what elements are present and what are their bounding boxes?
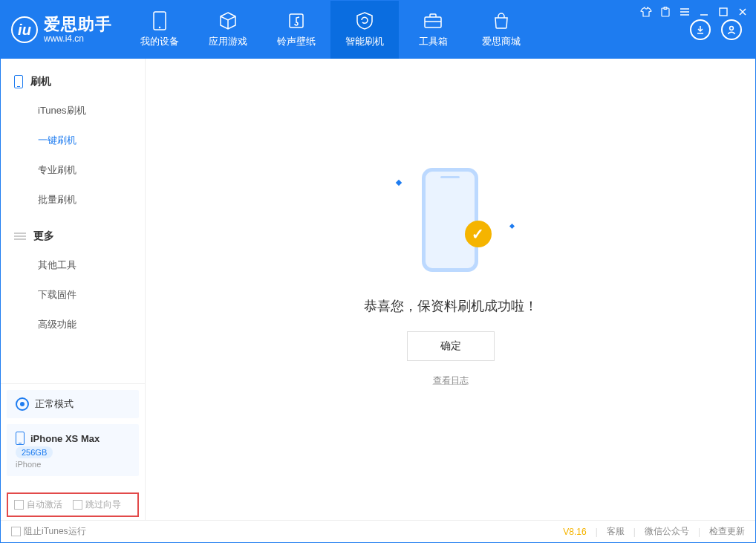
group-title: 刷机 xyxy=(30,75,51,88)
sidebar-item-other-tools[interactable]: 其他工具 xyxy=(1,250,145,280)
menu-icon[interactable] xyxy=(678,5,691,19)
device-capacity-badge: 256GB xyxy=(16,446,53,458)
sidebar-item-pro-flash[interactable]: 专业刷机 xyxy=(1,155,145,185)
window-controls xyxy=(639,5,749,19)
music-note-icon xyxy=(287,11,306,30)
minimize-icon[interactable] xyxy=(697,5,711,19)
support-link[interactable]: 客服 xyxy=(607,525,625,538)
app-title: 爱思助手 xyxy=(44,16,112,33)
title-bar: iu 爱思助手 www.i4.cn 我的设备 应用游戏 铃声壁纸 智能刷机 xyxy=(1,1,755,59)
stop-itunes-checkbox[interactable]: 阻止iTunes运行 xyxy=(11,525,86,538)
maximize-icon[interactable] xyxy=(717,5,730,19)
auto-activate-checkbox[interactable]: 自动激活 xyxy=(14,498,62,511)
user-circle-icon[interactable] xyxy=(721,19,742,40)
body-area: 刷机 iTunes刷机 一键刷机 专业刷机 批量刷机 更多 其他工具 下载固件 … xyxy=(1,59,755,520)
tab-label: 铃声壁纸 xyxy=(277,35,316,48)
sparkle-icon xyxy=(395,180,401,186)
logo-text: 爱思助手 www.i4.cn xyxy=(44,16,112,43)
tab-my-device[interactable]: 我的设备 xyxy=(126,1,194,59)
sidebar-item-oneclick-flash[interactable]: 一键刷机 xyxy=(1,126,145,155)
main-content: ✓ 恭喜您，保资料刷机成功啦！ 确定 查看日志 xyxy=(146,59,755,520)
statusbar-right: V8.16 | 客服 | 微信公众号 | 检查更新 xyxy=(563,525,745,538)
version-label: V8.16 xyxy=(563,527,586,537)
sidebar-scroll: 刷机 iTunes刷机 一键刷机 专业刷机 批量刷机 更多 其他工具 下载固件 … xyxy=(1,59,145,383)
toolbox-icon xyxy=(423,11,443,30)
phone-outline-icon xyxy=(14,75,23,88)
group-title: 更多 xyxy=(33,230,54,243)
sidebar-item-itunes-flash[interactable]: iTunes刷机 xyxy=(1,96,145,126)
clipboard-icon[interactable] xyxy=(659,5,672,19)
sidebar-group-flash: 刷机 xyxy=(1,68,145,96)
wechat-link[interactable]: 微信公众号 xyxy=(645,525,689,538)
ok-button[interactable]: 确定 xyxy=(407,331,495,361)
device-name: iPhone XS Max xyxy=(30,433,100,444)
svg-rect-3 xyxy=(425,17,441,27)
success-title: 恭喜您，保资料刷机成功啦！ xyxy=(364,297,538,315)
tshirt-icon[interactable] xyxy=(639,5,653,19)
refresh-shield-icon xyxy=(355,11,374,30)
app-logo-icon: iu xyxy=(11,16,38,43)
device-type: iPhone xyxy=(16,460,41,469)
tab-toolbox[interactable]: 工具箱 xyxy=(399,1,467,59)
sidebar-item-download-firmware[interactable]: 下载固件 xyxy=(1,280,145,310)
bag-icon xyxy=(492,11,511,30)
tab-store[interactable]: 爱思商城 xyxy=(467,1,535,59)
phone-outline-icon xyxy=(16,432,25,445)
tab-label: 工具箱 xyxy=(419,35,448,48)
statusbar-left: 阻止iTunes运行 xyxy=(11,525,86,538)
status-bar: 阻止iTunes运行 V8.16 | 客服 | 微信公众号 | 检查更新 xyxy=(1,520,755,542)
device-info-box[interactable]: iPhone XS Max 256GB iPhone xyxy=(7,424,139,476)
skip-setup-checkbox[interactable]: 跳过向导 xyxy=(73,498,121,511)
device-mode-box[interactable]: 正常模式 xyxy=(7,390,139,418)
sidebar-item-batch-flash[interactable]: 批量刷机 xyxy=(1,185,145,215)
tab-ringtones-wallpapers[interactable]: 铃声壁纸 xyxy=(262,1,330,59)
app-subtitle: www.i4.cn xyxy=(44,34,112,44)
list-icon xyxy=(14,231,26,241)
tab-label: 爱思商城 xyxy=(482,35,521,48)
download-circle-icon[interactable] xyxy=(690,19,711,40)
close-icon[interactable] xyxy=(736,5,749,19)
tab-label: 智能刷机 xyxy=(345,35,384,48)
success-illustration: ✓ xyxy=(388,162,514,281)
check-update-link[interactable]: 检查更新 xyxy=(709,525,745,538)
app-window: iu 爱思助手 www.i4.cn 我的设备 应用游戏 铃声壁纸 智能刷机 xyxy=(0,0,756,543)
device-boxes: 正常模式 iPhone XS Max 256GB iPhone xyxy=(1,383,145,488)
phone-icon xyxy=(150,11,169,30)
status-dot-icon xyxy=(16,397,29,411)
tab-smart-flash[interactable]: 智能刷机 xyxy=(330,1,399,59)
logo-area: iu 爱思助手 www.i4.cn xyxy=(1,1,126,59)
tab-apps-games[interactable]: 应用游戏 xyxy=(194,1,262,59)
bottom-options-row: 自动激活 跳过向导 xyxy=(7,492,139,517)
device-mode-label: 正常模式 xyxy=(35,397,74,411)
svg-rect-7 xyxy=(720,8,727,16)
tab-label: 应用游戏 xyxy=(209,35,247,48)
view-log-link[interactable]: 查看日志 xyxy=(433,374,469,387)
cube-icon xyxy=(218,11,238,30)
sidebar-item-advanced[interactable]: 高级功能 xyxy=(1,310,145,339)
sidebar-group-more: 更多 xyxy=(1,222,145,250)
nav-tabs: 我的设备 应用游戏 铃声壁纸 智能刷机 工具箱 爱思商城 xyxy=(126,1,690,59)
check-badge-icon: ✓ xyxy=(465,221,492,247)
svg-point-4 xyxy=(730,27,734,30)
tab-label: 我的设备 xyxy=(140,35,179,48)
phone-illustration-icon xyxy=(422,168,478,272)
svg-point-1 xyxy=(159,27,160,28)
sidebar: 刷机 iTunes刷机 一键刷机 专业刷机 批量刷机 更多 其他工具 下载固件 … xyxy=(1,59,146,520)
sparkle-icon xyxy=(509,224,514,229)
